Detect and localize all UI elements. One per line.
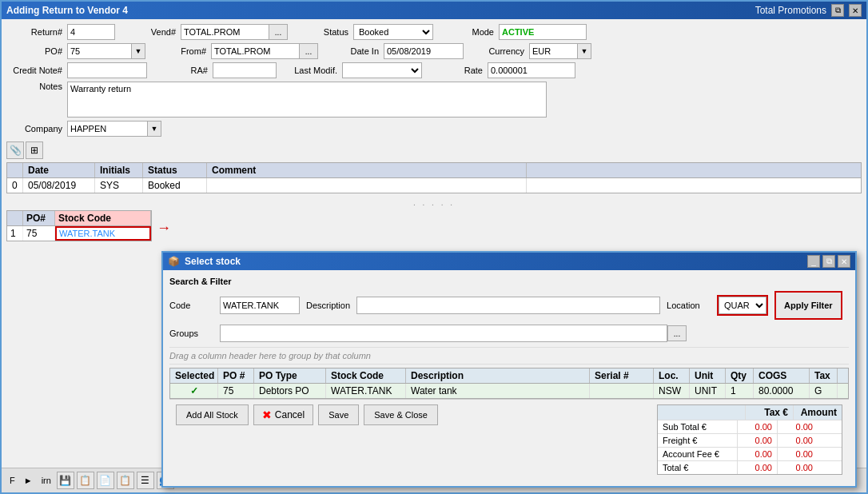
freight-label: Freight € — [658, 434, 738, 447]
ra-label: RA# — [152, 66, 208, 75]
filter-row-2: Groups ... — [169, 325, 849, 342]
currency-input[interactable] — [529, 43, 577, 59]
company-label: Company — [6, 124, 62, 133]
toolbar-paste-icon[interactable]: 📋 — [117, 472, 134, 489]
log-grid-header: Date Initials Status Comment — [7, 163, 861, 178]
groups-dots-button[interactable]: ... — [667, 325, 687, 341]
subtotal-amount: 0.00 — [778, 420, 818, 433]
po-section: PO# Stock Code 1 75 WATER.TANK → — [6, 210, 862, 241]
freight-amount: 0.00 — [778, 434, 818, 447]
vend-label: Vend# — [120, 27, 176, 37]
from-dots-button[interactable]: ... — [299, 43, 318, 59]
groups-input[interactable] — [220, 325, 667, 342]
total-label: Total € — [658, 461, 738, 474]
form-row-2: PO# ▼ From# ... Date In Currency ▼ — [6, 43, 862, 59]
po-dropdown-button[interactable]: ▼ — [131, 43, 145, 59]
po-grid-header: PO# Stock Code — [7, 211, 151, 226]
totals-table: Tax € Amount Sub Total € 0.00 0.00 Freig… — [657, 404, 842, 475]
notes-label: Notes — [6, 82, 62, 91]
rate-input[interactable] — [488, 62, 575, 78]
notes-row: Notes Warranty return — [6, 82, 862, 118]
from-input[interactable] — [211, 43, 299, 59]
subtotal-tax: 0.00 — [738, 420, 778, 433]
vend-input[interactable] — [181, 24, 269, 40]
location-label: Location — [667, 301, 711, 310]
log-grid-row: 0 05/08/2019 SYS Booked — [7, 178, 861, 193]
description-label: Description — [306, 301, 350, 310]
toolbar-red-icon[interactable]: 📋 — [77, 472, 94, 489]
attachment-icon[interactable]: 📎 — [6, 141, 24, 159]
log-cell-initials: SYS — [95, 178, 143, 193]
save-button[interactable]: Save — [318, 404, 359, 425]
toolbar-save-icon[interactable]: 💾 — [57, 472, 74, 489]
code-label: Code — [169, 301, 213, 310]
toolbar-copy-icon[interactable]: 📄 — [97, 472, 114, 489]
select-stock-dialog: 📦 Select stock _ ⧉ ✕ Search & Filter Cod… — [161, 251, 857, 488]
company-input[interactable] — [67, 121, 147, 137]
title-bar-right: Total Promotions ⧉ ✕ — [755, 4, 862, 17]
description-input[interactable] — [356, 297, 660, 314]
restore-button[interactable]: ⧉ — [831, 4, 844, 17]
apply-filter-button[interactable]: Apply Filter — [774, 291, 842, 320]
po-grid: PO# Stock Code 1 75 WATER.TANK — [6, 210, 152, 241]
save-close-button[interactable]: Save & Close — [364, 404, 438, 425]
location-select[interactable]: QUAR — [719, 297, 766, 314]
from-label: From# — [150, 46, 206, 56]
result-tax: G — [810, 384, 838, 398]
company-dropdown-button[interactable]: ▼ — [147, 121, 161, 137]
code-input[interactable] — [220, 297, 300, 314]
log-cell-num: 0 — [7, 178, 23, 193]
log-header-comment: Comment — [207, 163, 527, 177]
total-tax: 0.00 — [738, 461, 778, 474]
dialog-title-left: 📦 Select stock — [168, 256, 241, 267]
po-header-num — [7, 211, 23, 225]
dialog-restore-button[interactable]: ⧉ — [822, 255, 835, 268]
total-amount: 0.00 — [778, 461, 818, 474]
totals-empty-header — [658, 405, 746, 420]
po-field-wrapper: ▼ — [67, 43, 145, 59]
vend-field-wrapper: ... — [181, 24, 288, 40]
cancel-label: Cancel — [275, 409, 305, 420]
return-label: Return# — [6, 27, 62, 37]
log-header-status: Status — [143, 163, 207, 177]
cancel-button[interactable]: ✖ Cancel — [253, 404, 313, 425]
dialog-minimize-button[interactable]: _ — [807, 255, 820, 268]
grid-icon[interactable]: ⊞ — [26, 141, 43, 159]
vend-dots-button[interactable]: ... — [269, 24, 288, 40]
mode-input[interactable] — [499, 24, 587, 40]
main-window: Adding Return to Vendor 4 Total Promotio… — [0, 0, 868, 494]
last-modif-select[interactable] — [342, 62, 422, 78]
po-header-po: PO# — [23, 211, 55, 225]
dialog-icon: 📦 — [168, 256, 180, 267]
po-cell-po: 75 — [23, 226, 55, 241]
header-po: PO # — [218, 369, 254, 383]
company-field-wrapper: ▼ — [67, 121, 161, 137]
header-qty: Qty — [726, 369, 754, 383]
status-select[interactable]: Booked — [353, 24, 433, 40]
rate-label: Rate — [427, 66, 483, 75]
main-content: Return# Vend# ... Status Booked Mode PO#… — [2, 19, 866, 492]
dialog-close-button[interactable]: ✕ — [838, 255, 850, 268]
ra-input[interactable] — [213, 62, 277, 78]
log-cell-comment — [207, 178, 527, 193]
log-header-initials: Initials — [95, 163, 143, 177]
main-title-bar: Adding Return to Vendor 4 Total Promotio… — [2, 2, 866, 19]
result-loc: NSW — [654, 384, 690, 398]
return-input[interactable] — [67, 24, 115, 40]
header-tax: Tax — [810, 369, 838, 383]
header-serial: Serial # — [590, 369, 654, 383]
currency-dropdown-button[interactable]: ▼ — [577, 43, 591, 59]
po-label: PO# — [6, 46, 62, 56]
totals-amount-header: Amount — [794, 405, 842, 420]
result-po: 75 — [218, 384, 254, 398]
date-in-input[interactable] — [384, 43, 464, 59]
close-button[interactable]: ✕ — [849, 4, 862, 17]
account-fee-tax: 0.00 — [738, 448, 778, 460]
currency-label: Currency — [468, 46, 524, 56]
po-input[interactable] — [67, 43, 131, 59]
toolbar-list-icon[interactable]: ☰ — [137, 472, 154, 489]
notes-textarea[interactable]: Warranty return — [67, 82, 547, 118]
add-all-stock-button[interactable]: Add All Stock — [176, 404, 249, 425]
header-description: Description — [406, 369, 590, 383]
credit-note-input[interactable] — [67, 62, 147, 78]
